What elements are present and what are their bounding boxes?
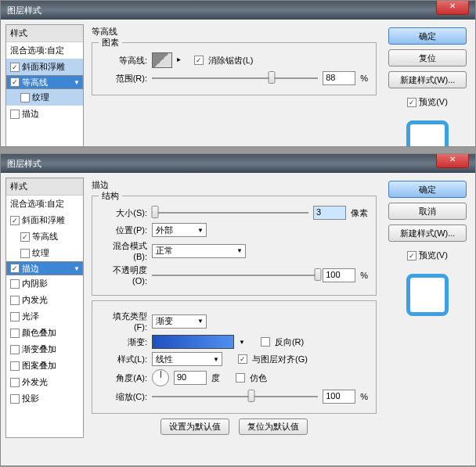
titlebar[interactable]: 图层样式 ✕ [1, 154, 475, 173]
sidebar-item-stroke[interactable]: ✓描边 [6, 261, 83, 275]
angle-label: 角度(A): [100, 372, 147, 384]
checkbox[interactable]: ✓ [10, 216, 20, 225]
right-buttons: 确定 复位 新建样式(W)... ✓预览(V) [384, 24, 471, 147]
checkbox[interactable]: ✓ [20, 232, 30, 242]
reset-default-button[interactable]: 复位为默认值 [239, 419, 308, 435]
scale-label: 缩放(C): [100, 391, 147, 403]
opacity-slider[interactable] [152, 269, 318, 282]
checkbox[interactable] [20, 93, 30, 102]
sidebar-item-inner-glow[interactable]: 内发光 [6, 292, 83, 308]
gradient-picker[interactable] [152, 335, 234, 349]
sidebar-item-outer-glow[interactable]: 外发光 [6, 374, 83, 390]
sidebar-item-pattern-overlay[interactable]: 图案叠加 [6, 357, 83, 374]
right-buttons: 确定 取消 新建样式(W)... ✓预览(V) [384, 178, 471, 438]
checkbox[interactable] [10, 279, 20, 289]
preview-checkbox[interactable]: ✓ [407, 98, 416, 107]
sidebar-item-bevel[interactable]: ✓斜面和浮雕 [6, 59, 83, 75]
angle-input[interactable]: 90 [174, 371, 207, 385]
gradient-label: 渐变: [100, 336, 147, 348]
size-slider[interactable] [152, 207, 308, 219]
antialias-checkbox[interactable]: ✓ [194, 56, 204, 65]
ok-button[interactable]: 确定 [388, 181, 467, 198]
sidebar-item-contour[interactable]: ✓等高线 [6, 228, 83, 245]
align-checkbox[interactable]: ✓ [238, 354, 247, 364]
checkbox[interactable] [10, 378, 20, 387]
checkbox[interactable] [20, 249, 30, 258]
preview-swatch [406, 120, 449, 147]
checkbox[interactable] [10, 329, 20, 338]
checkbox[interactable] [10, 361, 20, 371]
set-default-button[interactable]: 设置为默认值 [160, 419, 229, 435]
checkbox[interactable]: ✓ [10, 264, 20, 273]
legend: 结构 [99, 190, 122, 202]
title: 图层样式 [7, 158, 41, 170]
checkbox[interactable]: ✓ [10, 63, 20, 72]
checkbox[interactable] [10, 110, 20, 119]
sidebar-item-satin[interactable]: 光泽 [6, 308, 83, 325]
titlebar[interactable]: 图层样式 ✕ [1, 1, 475, 20]
size-input[interactable]: 3 [313, 206, 346, 220]
blend-options[interactable]: 混合选项:自定 [6, 196, 83, 212]
position-select[interactable]: 外部 [152, 223, 207, 237]
checkbox[interactable] [10, 312, 20, 322]
sidebar-item-color-overlay[interactable]: 颜色叠加 [6, 325, 83, 341]
style-select[interactable]: 线性 [152, 352, 222, 366]
filltype-label: 填充类型(F): [100, 311, 147, 332]
reset-button[interactable]: 复位 [388, 49, 467, 66]
preview-label: 预览(V) [419, 96, 448, 108]
sidebar-item-stroke[interactable]: 描边 [6, 106, 83, 122]
checkbox[interactable] [10, 345, 20, 354]
sidebar-item-texture[interactable]: 纹理 [6, 89, 83, 106]
sidebar-item-texture[interactable]: 纹理 [6, 245, 83, 261]
layer-style-dialog-2: 图层样式 ✕ 样式 混合选项:自定 ✓斜面和浮雕 ✓等高线 纹理 ✓描边 内阴影… [0, 153, 476, 466]
sidebar-item-inner-shadow[interactable]: 内阴影 [6, 275, 83, 292]
style-label: 样式(L): [100, 354, 147, 365]
dither-checkbox[interactable] [236, 373, 245, 383]
group-title: 等高线 [92, 26, 377, 38]
fill-fieldset: 填充类型(F):渐变 渐变:▼反向(R) 样式(L):线性✓与图层对齐(G) 角… [92, 300, 377, 414]
opacity-input[interactable]: 100 [323, 268, 355, 282]
scale-input[interactable]: 100 [323, 390, 355, 404]
dither-label: 仿色 [250, 372, 267, 384]
preview-label: 预览(V) [419, 250, 448, 261]
close-button[interactable]: ✕ [436, 0, 469, 15]
sidebar-header: 样式 [6, 25, 83, 42]
scale-slider[interactable] [152, 390, 318, 403]
opacity-label: 不透明度(O): [100, 264, 147, 286]
sidebar-item-drop-shadow[interactable]: 投影 [6, 390, 83, 407]
blend-label: 混合模式(B): [100, 240, 147, 261]
sidebar-item-gradient-overlay[interactable]: 渐变叠加 [6, 341, 83, 357]
sidebar-item-contour[interactable]: ✓等高线 [6, 75, 83, 89]
position-label: 位置(P): [100, 225, 147, 236]
main-panel: 等高线 图素 等高线: ✓ 消除锯齿(L) 范围(R): 88 % [88, 24, 380, 147]
new-style-button[interactable]: 新建样式(W)... [388, 71, 467, 88]
sidebar-item-bevel[interactable]: ✓斜面和浮雕 [6, 212, 83, 228]
align-label: 与图层对齐(G) [252, 354, 308, 365]
new-style-button[interactable]: 新建样式(W)... [388, 225, 467, 242]
checkbox[interactable] [10, 296, 20, 305]
angle-dial[interactable] [152, 369, 169, 386]
checkbox[interactable] [10, 394, 20, 404]
blend-select[interactable]: 正常 [152, 244, 246, 258]
title: 图层样式 [7, 5, 41, 16]
reverse-checkbox[interactable] [261, 337, 270, 347]
main-panel: 描边 结构 大小(S):3像素 位置(P):外部 混合模式(B):正常 不透明度… [88, 178, 380, 438]
preview-swatch [406, 274, 449, 316]
legend: 图素 [99, 37, 122, 48]
style-sidebar: 样式 混合选项:自定 ✓斜面和浮雕 ✓等高线 纹理 描边 [5, 24, 84, 147]
cancel-button[interactable]: 取消 [388, 203, 467, 220]
blend-options[interactable]: 混合选项:自定 [6, 42, 83, 59]
structure-fieldset: 结构 大小(S):3像素 位置(P):外部 混合模式(B):正常 不透明度(O)… [92, 196, 377, 296]
range-input[interactable]: 88 [323, 71, 355, 85]
style-sidebar: 样式 混合选项:自定 ✓斜面和浮雕 ✓等高线 纹理 ✓描边 内阴影 内发光 光泽… [5, 178, 84, 438]
range-slider[interactable] [152, 72, 318, 84]
reverse-label: 反向(R) [275, 336, 304, 348]
preview-checkbox[interactable]: ✓ [407, 251, 416, 260]
close-button[interactable]: ✕ [436, 153, 469, 168]
contour-picker[interactable] [152, 52, 172, 68]
contour-label: 等高线: [100, 55, 147, 66]
filltype-select[interactable]: 渐变 [152, 314, 207, 329]
layer-style-dialog-1: 图层样式 ✕ 样式 混合选项:自定 ✓斜面和浮雕 ✓等高线 纹理 描边 等高线 … [0, 0, 476, 147]
checkbox[interactable]: ✓ [10, 77, 20, 87]
ok-button[interactable]: 确定 [388, 27, 467, 45]
